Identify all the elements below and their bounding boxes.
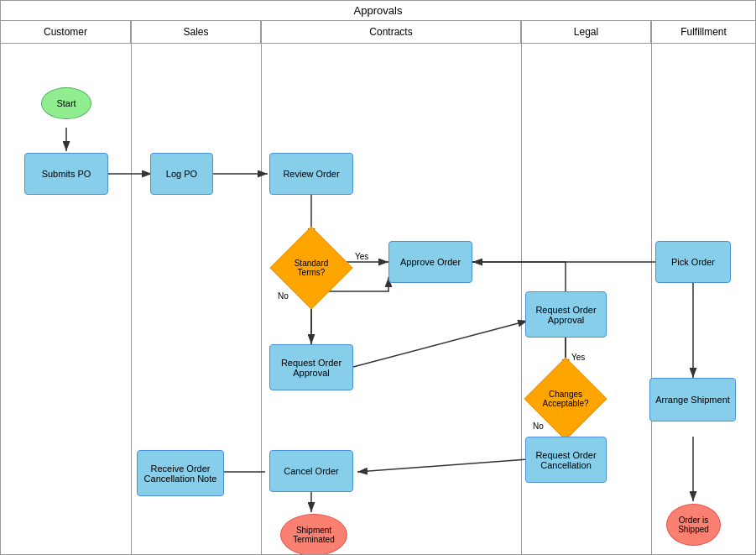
divider-1 xyxy=(131,44,132,555)
start-node: Start xyxy=(41,87,91,119)
no-label-changes: No xyxy=(533,421,544,431)
no-label-standard-terms: No xyxy=(278,291,289,301)
lane-sales: Sales xyxy=(131,21,261,43)
receive-cancellation-note-node: Receive Order Cancellation Note xyxy=(137,450,224,496)
diagram-content: Yes No Yes No Start Submits PO Log PO Re… xyxy=(1,44,756,555)
order-shipped-node: Order is Shipped xyxy=(666,504,721,546)
shipment-terminated-node: Shipment Terminated xyxy=(280,514,347,555)
log-po-node: Log PO xyxy=(150,153,213,195)
lane-fulfillment: Fulfillment xyxy=(651,21,755,43)
lane-contracts: Contracts xyxy=(261,21,521,43)
cancel-order-node: Cancel Order xyxy=(269,450,353,492)
arrange-shipment-node: Arrange Shipment xyxy=(649,378,736,421)
request-approval-contracts-node: Request Order Approval xyxy=(269,344,353,390)
arrows-svg xyxy=(1,44,756,555)
diagram-title: Approvals xyxy=(1,1,755,21)
request-cancellation-node: Request Order Cancellation xyxy=(525,437,607,483)
swim-lane-headers: Customer Sales Contracts Legal Fulfillme… xyxy=(1,21,755,44)
submits-po-node: Submits PO xyxy=(24,153,108,195)
svg-line-8 xyxy=(353,321,528,367)
pick-order-node: Pick Order xyxy=(655,241,731,283)
yes-label-standard-terms: Yes xyxy=(355,252,368,261)
diagram-wrapper: Approvals Customer Sales Contracts Legal… xyxy=(0,0,756,555)
yes-label-changes: Yes xyxy=(571,353,585,362)
divider-4 xyxy=(651,44,652,555)
review-order-node: Review Order xyxy=(269,153,353,195)
divider-3 xyxy=(521,44,522,555)
svg-line-11 xyxy=(357,459,528,472)
divider-2 xyxy=(261,44,262,555)
lane-customer: Customer xyxy=(1,21,131,43)
request-approval-legal-node: Request Order Approval xyxy=(525,291,607,338)
lane-legal: Legal xyxy=(521,21,651,43)
approve-order-node: Approve Order xyxy=(388,241,472,283)
